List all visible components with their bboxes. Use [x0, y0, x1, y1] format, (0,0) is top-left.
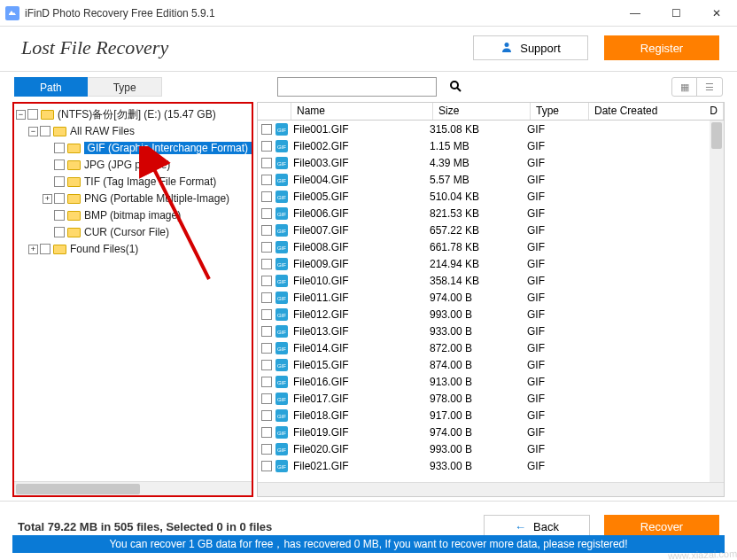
checkbox[interactable] [54, 143, 65, 153]
view-grid-button[interactable]: ▦ [672, 78, 697, 96]
checkbox[interactable] [54, 159, 65, 170]
gif-file-icon: GIF [275, 157, 288, 169]
row-checkbox[interactable] [261, 276, 272, 286]
tab-path[interactable]: Path [14, 77, 88, 97]
row-checkbox[interactable] [261, 444, 272, 455]
tree-item[interactable]: GIF (Graphic Interchange Format) [16, 139, 252, 156]
row-checkbox[interactable] [261, 377, 272, 387]
table-row[interactable]: GIFFile008.GIF661.78 KBGIF [258, 238, 724, 255]
table-row[interactable]: GIFFile017.GIF978.00 BGIF [258, 390, 724, 407]
tree-item[interactable]: TIF (Tag Image File Format) [16, 173, 252, 190]
cell-size: 4.39 MB [424, 157, 522, 169]
table-row[interactable]: GIFFile006.GIF821.53 KBGIF [258, 205, 724, 222]
table-row[interactable]: GIFFile021.GIF933.00 BGIF [258, 457, 724, 474]
tree-all-raw[interactable]: − All RAW Files [16, 122, 252, 139]
main: − (NTFS)备份[勿删] (E:) (15.47 GB) − All RAW… [0, 102, 737, 497]
tree-item-label: BMP (bitmap image) [84, 209, 181, 222]
row-checkbox[interactable] [261, 191, 272, 202]
table-row[interactable]: GIFFile005.GIF510.04 KBGIF [258, 188, 724, 205]
checkbox[interactable] [27, 109, 38, 120]
tree-found-files[interactable]: + Found Files(1) [16, 240, 252, 257]
svg-line-3 [457, 88, 461, 91]
table-row[interactable]: GIFFile003.GIF4.39 MBGIF [258, 154, 724, 171]
row-checkbox[interactable] [261, 410, 272, 421]
row-checkbox[interactable] [261, 309, 272, 320]
maximize-button[interactable]: ☐ [656, 0, 696, 26]
checkbox[interactable] [54, 227, 65, 237]
tree-root[interactable]: − (NTFS)备份[勿删] (E:) (15.47 GB) [16, 105, 252, 122]
table-row[interactable]: GIFFile013.GIF933.00 BGIF [258, 323, 724, 339]
table-row[interactable]: GIFFile001.GIF315.08 KBGIF [258, 121, 724, 137]
row-checkbox[interactable] [261, 461, 272, 471]
row-checkbox[interactable] [261, 158, 272, 168]
row-checkbox[interactable] [261, 343, 272, 354]
collapse-icon[interactable]: − [28, 127, 38, 136]
table-row[interactable]: GIFFile010.GIF358.14 KBGIF [258, 272, 724, 289]
gif-file-icon: GIF [275, 393, 288, 405]
tree-root-label: (NTFS)备份[勿删] (E:) (15.47 GB) [58, 107, 216, 122]
cell-type: GIF [522, 325, 580, 338]
checkbox[interactable] [54, 210, 65, 221]
checkbox[interactable] [54, 193, 65, 204]
search-button[interactable] [440, 77, 470, 97]
checkbox[interactable] [54, 176, 65, 187]
checkbox[interactable] [40, 244, 50, 254]
table-row[interactable]: GIFFile020.GIF993.00 BGIF [258, 440, 724, 457]
row-checkbox[interactable] [261, 427, 272, 438]
table-row[interactable]: GIFFile009.GIF214.94 KBGIF [258, 255, 724, 272]
tree-item[interactable]: CUR (Cursor File) [16, 223, 252, 240]
row-checkbox[interactable] [261, 225, 272, 236]
row-checkbox[interactable] [261, 292, 272, 303]
search-input[interactable] [277, 77, 437, 97]
row-checkbox[interactable] [261, 242, 272, 253]
row-checkbox[interactable] [261, 259, 272, 269]
cell-type: GIF [522, 409, 580, 422]
back-arrow-icon: ← [515, 520, 526, 533]
view-list-button[interactable]: ☰ [697, 78, 722, 96]
svg-text:GIF: GIF [277, 262, 286, 268]
table-row[interactable]: GIFFile016.GIF913.00 BGIF [258, 373, 724, 390]
table-row[interactable]: GIFFile002.GIF1.15 MBGIF [258, 137, 724, 154]
column-type[interactable]: Type [531, 103, 589, 120]
table-row[interactable]: GIFFile012.GIF993.00 BGIF [258, 306, 724, 323]
row-checkbox[interactable] [261, 175, 272, 185]
row-checkbox[interactable] [261, 393, 272, 404]
row-checkbox[interactable] [261, 208, 272, 219]
register-button[interactable]: Register [604, 35, 719, 60]
table-row[interactable]: GIFFile011.GIF974.00 BGIF [258, 289, 724, 306]
expand-icon[interactable]: + [28, 245, 38, 254]
table-row[interactable]: GIFFile007.GIF657.22 KBGIF [258, 222, 724, 238]
tree-horizontal-scrollbar[interactable] [14, 481, 252, 495]
recover-label: Recover [640, 520, 683, 533]
close-button[interactable]: ✕ [696, 0, 737, 26]
expand-icon[interactable]: + [43, 194, 52, 204]
row-checkbox[interactable] [261, 124, 272, 135]
column-checkbox[interactable] [258, 103, 291, 120]
collapse-icon[interactable]: − [16, 110, 26, 120]
table-row[interactable]: GIFFile015.GIF874.00 BGIF [258, 356, 724, 373]
table-row[interactable]: GIFFile004.GIF5.57 MBGIF [258, 171, 724, 188]
watermark: www.xiazai.com [668, 548, 737, 560]
tree-item[interactable]: +PNG (Portable Multiple-Image) [16, 190, 252, 206]
row-checkbox[interactable] [261, 141, 272, 152]
row-checkbox[interactable] [261, 326, 272, 337]
checkbox[interactable] [40, 126, 50, 136]
table-row[interactable]: GIFFile014.GIF872.00 BGIF [258, 339, 724, 356]
tree-item[interactable]: BMP (bitmap image) [16, 206, 252, 223]
column-size[interactable]: Size [433, 103, 531, 120]
table-row[interactable]: GIFFile018.GIF917.00 BGIF [258, 407, 724, 424]
column-name[interactable]: Name [291, 103, 433, 120]
tab-type[interactable]: Type [88, 77, 162, 97]
cell-name: File006.GIF [288, 207, 424, 220]
row-checkbox[interactable] [261, 360, 272, 370]
table-row[interactable]: GIFFile019.GIF974.00 BGIF [258, 424, 724, 440]
tree-item[interactable]: JPG (JPG picture) [16, 156, 252, 173]
grid-vertical-scrollbar[interactable] [710, 121, 724, 482]
grid-horizontal-scrollbar[interactable] [258, 482, 724, 496]
cell-type: GIF [522, 241, 580, 253]
column-date[interactable]: Date Created D [589, 103, 724, 120]
svg-point-2 [451, 82, 458, 89]
minimize-button[interactable]: — [615, 0, 656, 26]
support-button[interactable]: Support [473, 35, 588, 60]
app-icon [5, 6, 19, 20]
